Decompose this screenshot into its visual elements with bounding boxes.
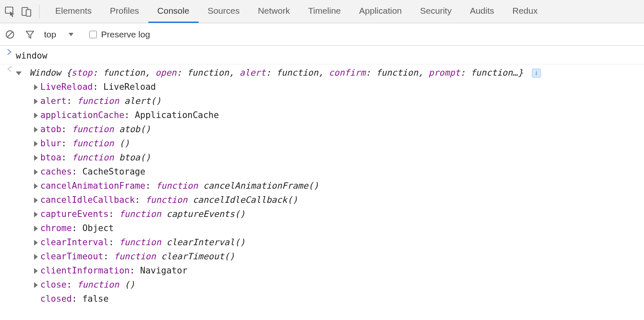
context-label: top [44,30,56,39]
expand-icon[interactable] [34,197,38,203]
expand-icon[interactable] [34,155,38,161]
tab-profiles[interactable]: Profiles [101,0,148,23]
expand-toggle-icon[interactable] [16,71,22,75]
svg-point-5 [11,66,12,68]
property-closed[interactable]: closed: false [30,292,641,306]
property-cancelAnimationFrame[interactable]: cancelAnimationFrame: function cancelAni… [30,179,641,193]
prompt-icon [3,49,16,55]
property-clientInformation[interactable]: clientInformation: Navigator [30,263,641,278]
object-summary[interactable]: Window {stop: function, open: function, … [16,66,641,80]
expand-icon[interactable] [34,212,38,217]
expand-icon[interactable] [34,84,38,90]
inspect-element-icon[interactable] [4,6,16,17]
svg-rect-2 [26,10,31,16]
expand-icon[interactable] [34,127,38,133]
console-output: window Window {stop: function, open: fun… [0,46,644,309]
preserve-log-label: Preserve log [101,30,150,39]
property-atob[interactable]: atob: function atob() [30,122,641,136]
property-cancelIdleCallback[interactable]: cancelIdleCallback: function cancelIdleC… [30,193,641,207]
property-chrome[interactable]: chrome: Object [30,221,641,235]
property-clearInterval[interactable]: clearInterval: function clearInterval() [30,235,641,249]
tab-network[interactable]: Network [249,0,299,23]
property-list: LiveReload: LiveReloadalert: function al… [16,80,641,306]
svg-rect-0 [5,7,13,13]
separator [39,5,39,19]
tab-strip: ElementsProfilesConsoleSourcesNetworkTim… [46,0,547,23]
property-captureEvents[interactable]: captureEvents: function captureEvents() [30,207,641,221]
expand-icon[interactable] [34,98,38,104]
svg-line-4 [7,32,12,37]
tab-security[interactable]: Security [411,0,461,23]
console-output-row: Window {stop: function, open: function, … [0,65,644,306]
property-alert[interactable]: alert: function alert() [30,94,641,108]
property-btoa[interactable]: btoa: function btoa() [30,150,641,165]
console-toolbar: top Preserve log [0,23,644,46]
preserve-log-input[interactable] [89,31,97,38]
expand-icon[interactable] [34,113,38,118]
divider [0,64,644,64]
expand-icon[interactable] [34,183,38,189]
property-blur[interactable]: blur: function () [30,136,641,150]
context-selector[interactable]: top [44,30,78,39]
tab-timeline[interactable]: Timeline [299,0,350,23]
input-text: window [16,49,641,63]
clear-console-icon[interactable] [4,29,16,40]
preserve-log-checkbox[interactable]: Preserve log [89,30,150,39]
property-close[interactable]: close: function () [30,278,641,292]
output-icon [3,66,16,72]
filter-icon[interactable] [24,29,36,40]
expand-icon[interactable] [34,240,38,246]
console-input-row[interactable]: window [0,48,644,63]
devtools-tabbar: ElementsProfilesConsoleSourcesNetworkTim… [0,0,644,23]
tab-console[interactable]: Console [148,0,199,23]
expand-icon[interactable] [34,268,38,274]
property-LiveReload[interactable]: LiveReload: LiveReload [30,80,641,94]
expand-icon[interactable] [34,226,38,231]
tab-audits[interactable]: Audits [461,0,503,23]
property-caches[interactable]: caches: CacheStorage [30,165,641,179]
expand-icon[interactable] [34,169,38,175]
tab-sources[interactable]: Sources [199,0,249,23]
expand-icon[interactable] [34,254,38,260]
tab-elements[interactable]: Elements [46,0,101,23]
device-toolbar-icon[interactable] [21,6,32,17]
summary-text: Window {stop: function, open: function, … [29,68,524,78]
expand-icon[interactable] [34,141,38,147]
info-icon[interactable]: i [532,69,541,78]
property-clearTimeout[interactable]: clearTimeout: function clearTimeout() [30,249,641,263]
property-applicationCache[interactable]: applicationCache: ApplicationCache [30,108,641,122]
expand-icon[interactable] [34,282,38,288]
tab-redux[interactable]: Redux [503,0,547,23]
tab-application[interactable]: Application [350,0,411,23]
